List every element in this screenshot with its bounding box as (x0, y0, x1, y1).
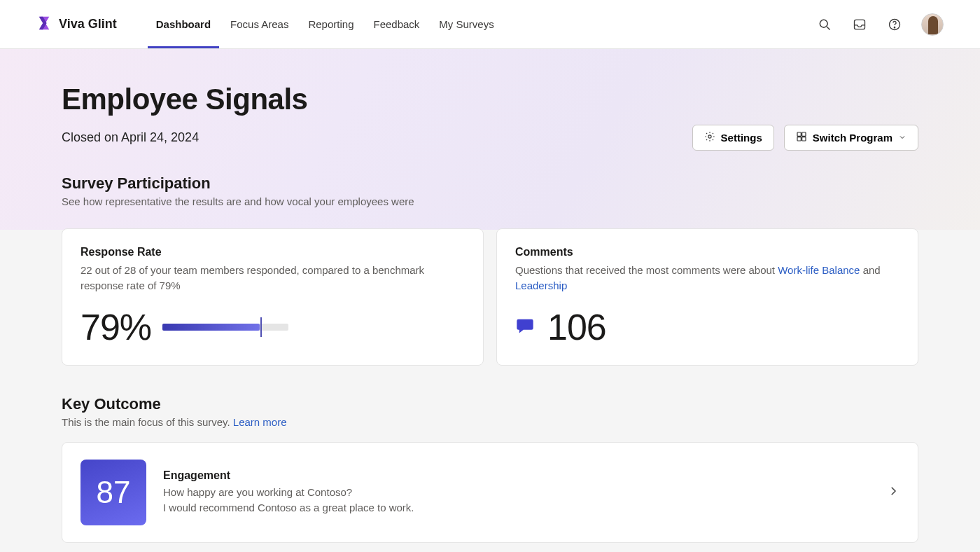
section-subtitle: See how representative the results are a… (62, 195, 918, 207)
section-title: Survey Participation (62, 174, 918, 193)
learn-more-link[interactable]: Learn more (233, 416, 287, 428)
search-icon[interactable] (816, 16, 833, 33)
content: Response Rate 22 out of 28 of your team … (0, 228, 980, 552)
nav-label: My Surveys (439, 18, 493, 30)
chevron-right-icon (887, 485, 899, 500)
button-label: Switch Program (813, 132, 892, 144)
outcome-q2: I would recommend Contoso as a great pla… (163, 500, 414, 516)
topbar-right (816, 13, 944, 36)
nav: Dashboard Focus Areas Reporting Feedback… (148, 0, 503, 48)
engagement-outcome-card[interactable]: 87 Engagement How happy are you working … (62, 442, 918, 543)
section-subtitle: This is the main focus of this survey. L… (62, 416, 918, 428)
help-icon[interactable] (886, 16, 903, 33)
card-desc: Questions that received the most comment… (515, 263, 899, 294)
key-outcome-section: Key Outcome This is the main focus of th… (62, 395, 918, 553)
comments-desc-mid: and (860, 264, 880, 276)
hero-buttons: Settings Switch Program (692, 125, 918, 151)
brand[interactable]: Viva Glint (36, 15, 117, 34)
svg-rect-9 (802, 137, 805, 141)
nav-reporting[interactable]: Reporting (300, 0, 362, 48)
svg-rect-6 (797, 132, 801, 136)
svg-point-0 (820, 20, 827, 27)
response-rate-stat: 79% (80, 306, 465, 348)
link-work-life-balance[interactable]: Work-life Balance (778, 264, 860, 276)
chevron-down-icon (898, 132, 906, 144)
nav-feedback[interactable]: Feedback (365, 0, 428, 48)
nav-label: Reporting (308, 18, 354, 30)
comments-desc-pre: Questions that received the most comment… (515, 264, 778, 276)
comments-stat: 106 (515, 306, 899, 348)
hero: Employee Signals Closed on April 24, 202… (0, 49, 980, 230)
response-rate-card: Response Rate 22 out of 28 of your team … (62, 228, 484, 366)
topbar: Viva Glint Dashboard Focus Areas Reporti… (0, 0, 980, 49)
response-rate-bar (162, 322, 288, 333)
avatar[interactable] (921, 13, 944, 36)
subtitle-row: Closed on April 24, 2024 Settings Switch… (62, 125, 918, 151)
comments-count: 106 (547, 306, 606, 348)
progress-fill (162, 324, 260, 331)
button-label: Settings (721, 132, 762, 144)
switch-program-button[interactable]: Switch Program (784, 125, 918, 151)
svg-rect-8 (797, 137, 801, 141)
closed-date: Closed on April 24, 2024 (62, 130, 199, 145)
settings-button[interactable]: Settings (692, 125, 774, 151)
card-title: Comments (515, 246, 899, 258)
gear-icon (704, 131, 715, 144)
comment-icon (515, 316, 535, 338)
nav-my-surveys[interactable]: My Surveys (430, 0, 502, 48)
page-title: Employee Signals (62, 83, 918, 116)
participation-cards: Response Rate 22 out of 28 of your team … (62, 228, 918, 366)
svg-point-5 (708, 135, 710, 138)
switch-icon (796, 131, 807, 144)
outcome-name: Engagement (163, 469, 414, 482)
svg-line-1 (827, 27, 830, 29)
outcome-q1: How happy are you working at Contoso? (163, 485, 414, 500)
brand-logo-icon (36, 15, 52, 34)
nav-focus-areas[interactable]: Focus Areas (222, 0, 297, 48)
svg-rect-2 (855, 20, 865, 29)
link-leadership[interactable]: Leadership (515, 280, 567, 291)
participation-section-header: Survey Participation See how representat… (62, 174, 918, 207)
card-title: Response Rate (80, 246, 465, 258)
response-rate-value: 79% (80, 306, 151, 348)
card-desc: 22 out of 28 of your team members respon… (80, 263, 465, 294)
benchmark-tick (260, 317, 262, 337)
nav-label: Feedback (373, 18, 419, 30)
outcome-body: Engagement How happy are you working at … (163, 469, 414, 516)
section-title: Key Outcome (62, 395, 918, 413)
svg-rect-7 (802, 132, 805, 136)
svg-point-4 (894, 27, 895, 27)
nav-dashboard[interactable]: Dashboard (148, 0, 219, 48)
score-tile: 87 (80, 460, 146, 525)
inbox-icon[interactable] (851, 16, 868, 33)
brand-name: Viva Glint (59, 17, 117, 32)
outcome-subtitle-pre: This is the main focus of this survey. (62, 416, 233, 428)
nav-label: Dashboard (156, 18, 211, 30)
comments-card: Comments Questions that received the mos… (496, 228, 918, 366)
nav-label: Focus Areas (230, 18, 288, 30)
